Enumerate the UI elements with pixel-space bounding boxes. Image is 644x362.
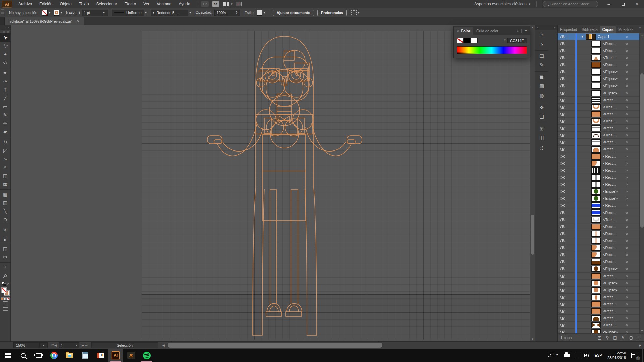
shape-builder-tool[interactable]: ◫ xyxy=(0,171,11,180)
sublayer-row[interactable]: <Rect... ○ xyxy=(558,153,639,160)
sublayer-thumbnail[interactable] xyxy=(591,90,601,96)
sublayer-row[interactable]: <Elipse> ○ xyxy=(558,195,639,202)
scroll-down-icon[interactable]: ▼ xyxy=(530,337,535,341)
lock-toggle[interactable] xyxy=(568,251,575,258)
language-button[interactable]: ESP xyxy=(592,349,604,362)
lock-toggle[interactable] xyxy=(568,97,575,103)
visibility-toggle[interactable] xyxy=(558,308,568,314)
panel-tab[interactable]: Biblioteca xyxy=(579,26,600,33)
toolbar-grip[interactable] xyxy=(2,31,9,33)
visibility-toggle[interactable] xyxy=(558,230,568,237)
black-swatch[interactable] xyxy=(464,38,471,43)
lock-toggle[interactable] xyxy=(568,68,575,75)
sublayer-label[interactable]: <Rect... xyxy=(603,210,616,215)
lock-toggle[interactable] xyxy=(568,273,575,279)
visibility-toggle[interactable] xyxy=(558,40,568,47)
prev-artboard-icon[interactable]: ◀ xyxy=(54,344,57,347)
rectangle-tool[interactable]: ▭ xyxy=(0,102,11,111)
menu-item[interactable]: Texto xyxy=(75,0,93,8)
transform-reference-icon[interactable] xyxy=(351,10,357,15)
notepad-button[interactable] xyxy=(77,349,93,362)
stroke-panel-icon[interactable]: ≣ xyxy=(535,71,548,81)
visibility-toggle[interactable] xyxy=(558,167,568,174)
target-circle[interactable]: ○ xyxy=(626,288,628,292)
lock-toggle[interactable] xyxy=(568,82,575,89)
file-explorer-button[interactable] xyxy=(62,349,77,362)
target-circle[interactable]: ○ xyxy=(626,140,628,144)
visibility-toggle[interactable] xyxy=(558,216,568,223)
lock-toggle[interactable] xyxy=(568,125,575,131)
sublayer-label[interactable]: <Rect... xyxy=(603,98,616,102)
sublayer-thumbnail[interactable] xyxy=(591,188,601,195)
lock-toggle[interactable] xyxy=(568,322,575,328)
chevron-down-icon[interactable]: ▾ xyxy=(231,2,233,6)
sublayer-thumbnail[interactable] xyxy=(591,273,601,279)
panel-grip[interactable] xyxy=(1,9,4,16)
canvas[interactable] xyxy=(11,25,530,341)
visibility-toggle[interactable] xyxy=(558,47,568,54)
sublayer-thumbnail[interactable] xyxy=(591,315,601,321)
lock-toggle[interactable] xyxy=(568,61,575,68)
stroke-width-field[interactable]: 1 pt ▾ xyxy=(82,10,108,16)
adobe-stock-search-input[interactable]: Buscar en Adobe Stock xyxy=(543,1,598,7)
visibility-toggle[interactable] xyxy=(558,265,568,272)
target-circle[interactable]: ○ xyxy=(626,91,628,95)
target-circle[interactable]: ○ xyxy=(626,203,628,207)
target-circle[interactable]: ○ xyxy=(626,239,628,243)
hand-tool[interactable]: ☝ xyxy=(0,262,11,272)
visibility-toggle[interactable] xyxy=(558,280,568,286)
target-circle[interactable]: ○ xyxy=(626,56,628,60)
volume-button[interactable] xyxy=(583,349,592,362)
visibility-toggle[interactable] xyxy=(558,89,568,96)
target-circle[interactable]: ○ xyxy=(626,182,628,186)
vertical-scrollbar[interactable]: ▲ ▼ xyxy=(530,25,535,341)
opacity-field[interactable]: 100% ❯ xyxy=(214,10,240,16)
chevron-down-icon[interactable]: ▾ xyxy=(188,11,192,14)
swatches-panel-icon[interactable]: ▤ xyxy=(535,50,548,60)
sublayer-thumbnail[interactable] xyxy=(591,217,601,223)
sublayer-thumbnail[interactable] xyxy=(591,132,601,138)
sublayer-row[interactable]: <Rect... ○ xyxy=(558,273,639,280)
scroll-left-icon[interactable]: ◀ xyxy=(162,342,165,349)
tab-color[interactable]: ◇ Color xyxy=(454,27,473,35)
visibility-toggle[interactable] xyxy=(558,188,568,195)
sublayer-label[interactable]: <Elipse> xyxy=(603,84,618,88)
taskbar-search-button[interactable] xyxy=(15,349,31,362)
sublayer-row[interactable]: <Rect... ○ xyxy=(558,40,639,47)
lock-toggle[interactable] xyxy=(568,111,575,117)
layer-thumbnail[interactable] xyxy=(586,34,596,40)
artboard-tool[interactable]: ◱ xyxy=(0,244,11,253)
people-button[interactable] xyxy=(545,349,553,362)
line-tool[interactable]: ╱ xyxy=(0,94,11,102)
workspace-switcher[interactable]: Aspectos esenciales clásicos ▾ xyxy=(471,2,534,6)
status-display[interactable]: Selección xyxy=(91,342,158,348)
sublayer-thumbnail[interactable] xyxy=(591,48,601,54)
visibility-toggle[interactable] xyxy=(558,251,568,258)
zoom-tool[interactable]: ⚲ xyxy=(0,272,11,280)
sublayer-row[interactable]: <Rect... ○ xyxy=(558,202,639,209)
horizontal-scrollbar[interactable]: ◀ ▶ xyxy=(161,342,644,349)
target-circle[interactable]: ○ xyxy=(626,77,628,81)
show-desktop-button[interactable] xyxy=(642,349,644,362)
sublayer-row[interactable]: <Rect... ○ xyxy=(558,61,639,68)
target-circle[interactable]: ○ xyxy=(626,70,628,74)
preferences-button[interactable]: Preferencias xyxy=(317,10,347,16)
minimize-button[interactable]: – xyxy=(602,0,616,8)
sublayer-label[interactable]: <Rect... xyxy=(603,168,616,172)
last-artboard-icon[interactable]: ⏭ xyxy=(85,343,87,347)
scroll-down-icon[interactable]: ▼ xyxy=(640,329,644,333)
visibility-toggle[interactable] xyxy=(558,237,568,244)
brush-dropdown[interactable]: ● Redondo 5 ... xyxy=(151,10,188,16)
sublayer-thumbnail[interactable] xyxy=(591,238,601,244)
gpu-performance-icon[interactable] xyxy=(236,2,241,6)
sublayer-label[interactable]: <Rect... xyxy=(603,246,616,250)
lock-toggle[interactable] xyxy=(568,329,575,333)
visibility-toggle[interactable] xyxy=(558,54,568,61)
visibility-toggle[interactable] xyxy=(558,160,568,167)
transform-panel-icon[interactable]: ⊞ xyxy=(535,123,548,133)
visibility-toggle[interactable] xyxy=(558,195,568,202)
sublayer-row[interactable]: <Rect... ○ xyxy=(558,139,639,146)
target-circle[interactable]: ○ xyxy=(626,84,628,88)
close-tab-icon[interactable]: × xyxy=(77,19,79,24)
lock-toggle[interactable] xyxy=(568,195,575,202)
